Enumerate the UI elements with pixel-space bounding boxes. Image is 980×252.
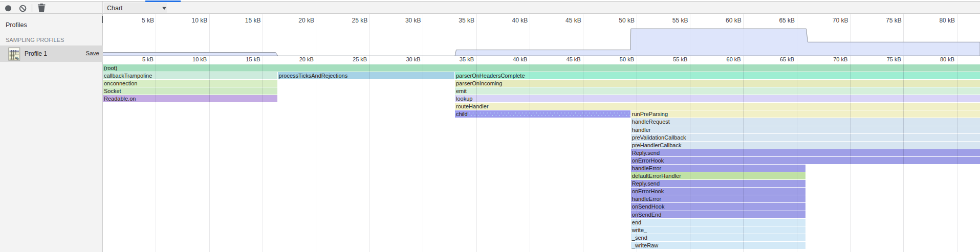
svg-text:%: % xyxy=(15,56,19,60)
